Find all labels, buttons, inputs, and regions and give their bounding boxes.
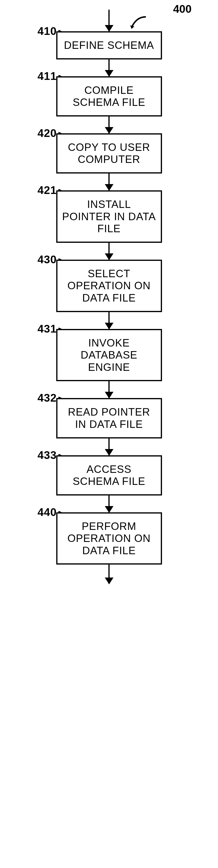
step-box: ACCESS SCHEMA FILE [56, 455, 162, 495]
step-label: 431 [37, 322, 57, 335]
arrow [108, 495, 110, 512]
arrow [108, 174, 110, 190]
arrow [108, 312, 110, 329]
step-box: COPY TO USER COMPUTER [56, 133, 162, 174]
arrow [108, 564, 110, 584]
step-box: PERFORM OPERATION ON DATA FILE [56, 512, 162, 565]
step-box: INSTALL POINTER IN DATA FILE [56, 190, 162, 243]
arrow [108, 10, 110, 31]
step-box: COMPILE SCHEMA FILE [56, 76, 162, 117]
arrow [108, 117, 110, 133]
step-label: 420 [37, 127, 57, 140]
step-label: 432 [37, 391, 57, 404]
arrow [108, 438, 110, 455]
step-label: 421 [37, 184, 57, 196]
arrow [108, 243, 110, 260]
step-box: DEFINE SCHEMA [56, 31, 162, 59]
arrow [108, 381, 110, 398]
step-label: 430 [37, 253, 57, 266]
diagram-id: 400 [173, 2, 191, 16]
step-label: 440 [37, 505, 57, 519]
step-box: SELECT OPERATION ON DATA FILE [56, 260, 162, 312]
step-label: 433 [37, 448, 57, 462]
step-label: 411 [37, 69, 57, 83]
flowchart: 400 410 DEFINE SCHEMA 411 COMPILE SCHEMA… [14, 10, 204, 584]
step-label: 410 [37, 25, 57, 37]
step-box: INVOKE DATABASE ENGINE [56, 329, 162, 381]
step-box: READ POINTER IN DATA FILE [56, 398, 162, 438]
arrow [108, 59, 110, 76]
